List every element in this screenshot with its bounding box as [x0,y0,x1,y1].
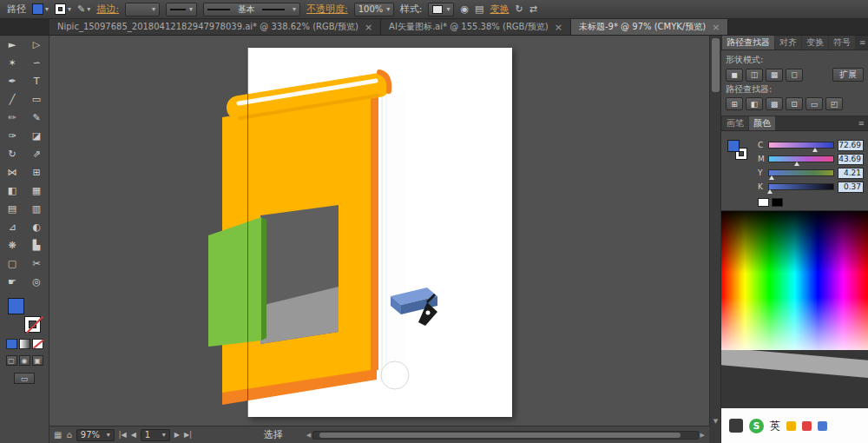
slider-thumb-icon[interactable] [769,175,774,180]
canvas[interactable] [49,36,709,426]
tool-free-transform[interactable]: ⊞ [24,163,49,182]
fill-proxy-swatch[interactable] [8,298,24,314]
tool-direct-selection[interactable]: ▷ [24,36,49,54]
magenta-value-field[interactable]: 43.69 [838,154,864,165]
tool-blob-brush[interactable]: ✑ [0,127,24,145]
prev-artboard-button[interactable]: ◀ [131,431,136,439]
fill-proxy-swatch[interactable] [727,140,740,152]
close-icon[interactable]: × [365,22,372,33]
draw-inside-button[interactable]: ▣ [32,355,43,366]
minus-back-button[interactable]: ◰ [825,97,843,110]
tool-paintbrush[interactable]: ✏ [0,109,24,127]
tray-icon-red[interactable] [802,421,812,431]
rotate-icon[interactable]: ↻ [515,4,523,14]
last-artboard-button[interactable]: ▶| [184,431,192,439]
doc-tab-nipic[interactable]: Nipic_15097685_20180412182947978039.ai* … [49,19,381,35]
minus-front-button[interactable]: ◫ [746,69,763,82]
recolor-artwork-icon[interactable]: ◉ [460,4,469,14]
slider-thumb-icon[interactable] [794,162,799,166]
tool-hand[interactable]: ☛ [0,273,24,291]
tool-graph[interactable]: ▙ [24,236,49,255]
unite-button[interactable]: ◼ [726,69,743,82]
sogou-ime-icon[interactable]: S [749,419,764,433]
tool-rectangle[interactable]: ▭ [24,90,49,109]
trim-button[interactable]: ◧ [746,97,763,110]
brush-tool-control[interactable]: ✎ ▾ [77,4,90,14]
first-artboard-button[interactable]: |◀ [119,431,127,439]
cyan-slider[interactable] [768,142,834,149]
tool-width[interactable]: ⋈ [0,163,24,182]
flip-icon[interactable]: ⇄ [529,4,537,14]
tool-artboard[interactable]: ▢ [0,255,24,273]
doc-tab-untitled-9[interactable]: 未标题-9* @ 97% (CMYK/预览) × [571,19,728,35]
outline-button[interactable]: ▭ [806,97,823,110]
slider-thumb-icon[interactable] [812,148,818,152]
close-icon[interactable]: × [555,22,562,33]
tool-pencil[interactable]: ✎ [24,109,49,127]
black-value-field[interactable]: 0.37 [838,182,864,193]
tool-symbol-sprayer[interactable]: ❋ [0,236,24,255]
panel-menu-icon[interactable]: ≡ [856,36,868,50]
tray-icon-yellow[interactable] [786,421,796,431]
tool-rotate[interactable]: ↻ [0,145,24,163]
opacity-link[interactable]: 不透明度: [306,3,348,16]
brush-definition-dropdown[interactable]: 基本 ▾ [203,3,300,17]
tool-slice[interactable]: ✂ [24,255,49,273]
panel-menu-icon[interactable]: ≡ [854,116,868,130]
home-icon[interactable]: ⌂ [66,430,71,440]
panel-tab-brushes[interactable]: 画笔 [722,116,748,130]
tool-zoom[interactable]: ◎ [24,273,49,291]
draw-behind-button[interactable]: ◉ [19,355,30,366]
black-slider[interactable] [768,183,834,190]
opacity-dropdown[interactable]: 100% ▾ [354,3,394,17]
fill-color-control[interactable]: ▾ [32,3,49,15]
transform-link[interactable]: 变换 [490,3,509,16]
panel-tab-transform[interactable]: 变换 [802,36,828,50]
tool-eyedropper[interactable]: ⊿ [0,218,24,236]
scroll-right-icon[interactable]: ▶ [700,432,705,439]
cyan-value-field[interactable]: 72.69 [838,140,864,151]
artboard-number-control[interactable]: 1 ▾ [141,429,170,441]
draw-normal-button[interactable]: ▢ [6,355,17,366]
merge-button[interactable]: ▩ [766,97,783,110]
tool-lasso[interactable]: ∽ [24,54,49,72]
stroke-proxy-swatch[interactable] [24,316,41,333]
grid-icon[interactable]: ▦ [54,430,62,440]
panel-tab-symbols[interactable]: 符号 [829,36,855,50]
horizontal-scroll-track[interactable] [312,431,698,440]
gradient-button[interactable] [19,339,30,349]
vertical-scroll-thumb[interactable] [712,38,720,92]
tray-icon-blue[interactable] [818,421,827,431]
color-button[interactable] [6,339,17,349]
color-spectrum[interactable] [721,211,868,350]
slider-thumb-icon[interactable] [767,189,773,194]
tool-type[interactable]: T [24,72,49,90]
tool-eraser[interactable]: ◪ [24,127,49,145]
divide-button[interactable]: ⊞ [726,97,743,110]
expand-button[interactable]: 扩展 [832,68,864,82]
tool-line-segment[interactable]: ╱ [0,90,24,109]
horizontal-scrollbar[interactable]: ◀ ▶ [306,430,705,440]
stroke-weight-dropdown[interactable]: ▾ [125,3,160,17]
yellow-value-field[interactable]: 4.21 [838,168,864,179]
stroke-link[interactable]: 描边: [96,3,119,16]
tool-mesh[interactable]: ▤ [0,200,24,218]
none-button[interactable] [32,339,43,349]
screen-mode-button[interactable]: ▭ [14,373,35,384]
scroll-left-icon[interactable]: ◀ [306,432,311,439]
panel-options-icon[interactable]: ▤ [475,4,483,14]
intersect-button[interactable]: ▦ [766,69,783,82]
magenta-slider[interactable] [768,155,834,162]
crop-button[interactable]: ⊡ [786,97,803,110]
doc-tab-vector-icons[interactable]: AI矢量图标.ai* @ 155.38% (RGB/预览) × [381,19,571,35]
stroke-color-control[interactable]: ▾ [55,3,71,15]
yellow-slider[interactable] [768,169,834,176]
horizontal-scroll-thumb[interactable] [319,433,681,438]
width-profile-dropdown[interactable]: ▾ [166,3,197,17]
tool-pen[interactable]: ✒ [0,72,24,90]
panel-tab-align[interactable]: 对齐 [775,36,801,50]
tool-gradient[interactable]: ▥ [24,200,49,218]
white-swatch[interactable] [758,198,769,207]
ime-mode-label[interactable]: 英 [770,419,780,433]
tool-perspective-grid[interactable]: ▦ [24,182,49,200]
